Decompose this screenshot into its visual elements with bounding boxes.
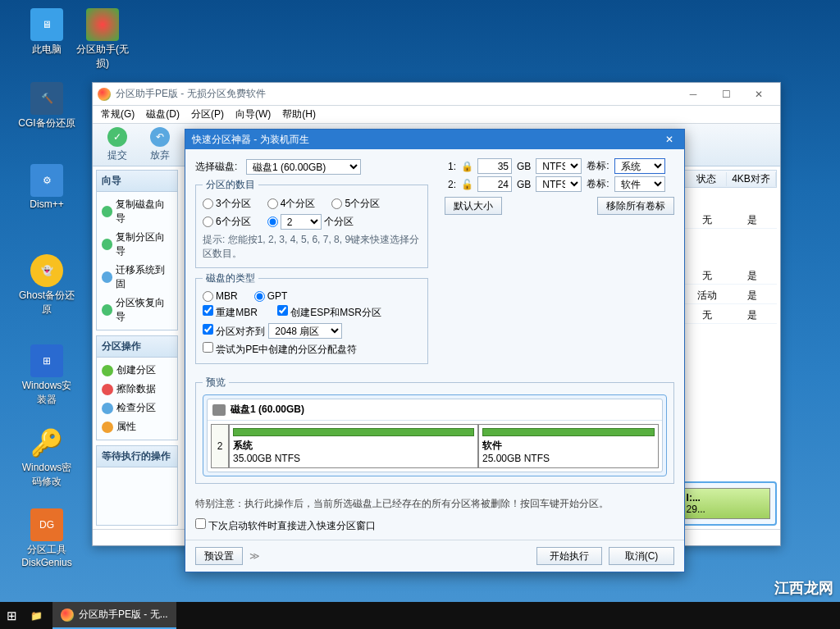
lock-icon[interactable]: 🔓: [461, 179, 472, 190]
disk-type-group: 磁盘的类型 MBR GPT 重建MBR 创建ESP和MSR分区 分区对齐到 20…: [195, 271, 428, 364]
volume-select-2[interactable]: 软件: [614, 176, 665, 192]
menu-partition[interactable]: 分区(P): [186, 106, 229, 123]
preview-partition-1[interactable]: 系统 35.00GB NTFS: [229, 424, 478, 468]
plus-icon: [102, 365, 113, 376]
toolbar-commit[interactable]: ✓提交: [99, 127, 135, 162]
wizard-panel: 向导 复制磁盘向导 复制分区向导 迁移系统到固 分区恢复向导: [96, 170, 178, 330]
op-wipe[interactable]: 擦除数据: [100, 380, 174, 399]
radio-5-partitions[interactable]: 5个分区: [331, 197, 380, 211]
dialog-titlebar[interactable]: 快速分区神器 - 为装机而生 ✕: [185, 130, 684, 149]
col-status[interactable]: 状态: [686, 172, 727, 186]
desktop-icon-win-installer[interactable]: ⊞Windows安装器: [18, 344, 75, 407]
wipe-icon: [102, 384, 113, 395]
taskbar: ⊞ 📁 分区助手PE版 - 无...: [0, 602, 840, 629]
cb-rebuild-mbr[interactable]: 重建MBR: [203, 305, 258, 320]
start-button-taskbar[interactable]: ⊞: [0, 602, 24, 629]
preset-button[interactable]: 预设置: [195, 547, 243, 565]
fs-select-2[interactable]: NTFS: [536, 176, 582, 192]
pending-panel: 等待执行的操作: [96, 445, 178, 526]
size-input-1[interactable]: [477, 158, 512, 174]
align-select[interactable]: 2048 扇区: [268, 323, 342, 339]
fs-select-1[interactable]: NTFS: [536, 158, 582, 174]
wizard-icon: [102, 271, 112, 283]
ops-panel: 分区操作 创建分区 擦除数据 检查分区 属性: [96, 335, 178, 440]
partition-row-2: 2: 🔓 GB NTFS 卷标: 软件: [445, 176, 674, 192]
custom-count-select[interactable]: 2: [281, 214, 322, 230]
preview-partition-2[interactable]: 软件 25.00GB NTFS: [478, 424, 659, 468]
op-create[interactable]: 创建分区: [100, 361, 174, 380]
desktop-icon-partition-assistant[interactable]: 分区助手(无损): [74, 8, 131, 71]
taskbar-task-partition[interactable]: 分区助手PE版 - 无...: [52, 602, 176, 629]
preview-disk: 磁盘1 (60.00GB) 2 系统 35.00GB NTFS 软件 25.00…: [207, 399, 663, 472]
dialog-close-button[interactable]: ✕: [661, 134, 678, 145]
check-icon: ✓: [107, 127, 127, 147]
maximize-button[interactable]: ☐: [710, 83, 742, 106]
partition-row-1: 1: 🔒 GB NTFS 卷标: 系统: [445, 158, 674, 174]
preview-reserved: 2: [211, 424, 229, 468]
partition-count-group: 分区的数目 3个分区 4个分区 5个分区 6个分区 2 个分区 提示: 您能按1…: [195, 178, 428, 268]
undo-icon: ↶: [150, 127, 170, 147]
desktop-icon-ghost[interactable]: 👻Ghost备份还原: [18, 254, 75, 317]
taskbar-explorer[interactable]: 📁: [24, 602, 49, 629]
clear-labels-button[interactable]: 移除所有卷标: [597, 197, 674, 215]
desktop-icon-cgi-backup[interactable]: 🔨CGI备份还原: [18, 82, 75, 130]
wizard-item-migrate-os[interactable]: 迁移系统到固: [100, 261, 174, 294]
warning-note: 特别注意：执行此操作后，当前所选磁盘上已经存在的所有分区将被删除！按回车键开始分…: [195, 497, 674, 511]
menu-help[interactable]: 帮助(H): [277, 106, 321, 123]
op-props[interactable]: 属性: [100, 417, 174, 436]
wizard-icon: [102, 239, 112, 250]
preview-group: 预览 磁盘1 (60.00GB) 2 系统 35.00GB NTFS 软件: [195, 376, 674, 484]
cb-create-esp[interactable]: 创建ESP和MSR分区: [277, 305, 381, 320]
wizard-item-recover[interactable]: 分区恢复向导: [100, 294, 174, 326]
select-disk-label: 选择磁盘:: [195, 160, 241, 174]
menu-wizard[interactable]: 向导(W): [231, 106, 276, 123]
toolbar-discard[interactable]: ↶放弃: [142, 127, 178, 162]
volume-select-1[interactable]: 系统: [614, 158, 665, 174]
radio-3-partitions[interactable]: 3个分区: [203, 197, 251, 211]
size-input-2[interactable]: [477, 176, 512, 192]
pending-panel-title: 等待执行的操作: [97, 446, 177, 467]
col-align[interactable]: 4KB对齐: [727, 172, 776, 186]
cb-align[interactable]: 分区对齐到: [203, 324, 265, 339]
radio-4-partitions[interactable]: 4个分区: [267, 197, 316, 211]
wizard-icon: [102, 206, 112, 217]
wizard-item-copy-partition[interactable]: 复制分区向导: [100, 228, 174, 261]
cb-next-startup[interactable]: 下次启动软件时直接进入快速分区窗口: [195, 518, 376, 533]
wizard-item-copy-disk[interactable]: 复制磁盘向导: [100, 195, 174, 228]
main-titlebar[interactable]: 分区助手PE版 - 无损分区免费软件 ─ ☐ ✕: [93, 83, 780, 106]
watermark: 江西龙网: [774, 578, 833, 598]
cancel-button[interactable]: 取消(C): [609, 547, 674, 565]
close-button[interactable]: ✕: [742, 83, 775, 106]
select-disk-dropdown[interactable]: 磁盘1 (60.00GB): [246, 159, 361, 175]
app-icon: [98, 88, 111, 101]
ops-panel-title: 分区操作: [97, 336, 177, 358]
op-check[interactable]: 检查分区: [100, 399, 174, 417]
default-size-button[interactable]: 默认大小: [445, 197, 502, 215]
menubar: 常规(G) 磁盘(D) 分区(P) 向导(W) 帮助(H): [93, 106, 780, 124]
cb-pe-assign[interactable]: 尝试为PE中创建的分区分配盘符: [203, 342, 357, 357]
radio-custom-partitions[interactable]: 2 个分区: [267, 214, 354, 230]
desktop-icon-dism[interactable]: ⚙Dism++: [18, 164, 75, 210]
disk-icon: [212, 404, 226, 416]
desktop-icon-win-password[interactable]: 🔑Windows密码修改: [18, 426, 75, 489]
desktop-icon-this-pc[interactable]: 🖥此电脑: [18, 8, 75, 57]
start-button[interactable]: 开始执行: [536, 547, 602, 565]
lock-icon[interactable]: 🔒: [461, 161, 472, 172]
radio-6-partitions[interactable]: 6个分区: [203, 214, 251, 230]
desktop-icon-diskgenius[interactable]: DG分区工具DiskGenius: [18, 508, 75, 568]
props-icon: [102, 422, 113, 433]
minimize-button[interactable]: ─: [677, 83, 710, 106]
radio-mbr[interactable]: MBR: [203, 290, 238, 302]
partition-i[interactable]: I:... 29...: [682, 488, 770, 519]
main-title-text: 分区助手PE版 - 无损分区免费软件: [116, 87, 266, 101]
radio-gpt[interactable]: GPT: [254, 290, 288, 302]
wizard-panel-title: 向导: [97, 171, 177, 192]
wizard-icon: [102, 304, 112, 316]
app-icon: [61, 608, 74, 622]
dialog-title-text: 快速分区神器 - 为装机而生: [192, 133, 309, 147]
check-icon: [102, 403, 113, 414]
menu-general[interactable]: 常规(G): [96, 106, 139, 123]
count-hint: 提示: 您能按1, 2, 3, 4, 5, 6, 7, 8, 9键来快速选择分区…: [203, 233, 421, 261]
menu-disk[interactable]: 磁盘(D): [141, 106, 185, 123]
chevron-down-icon[interactable]: ≫: [249, 550, 260, 562]
